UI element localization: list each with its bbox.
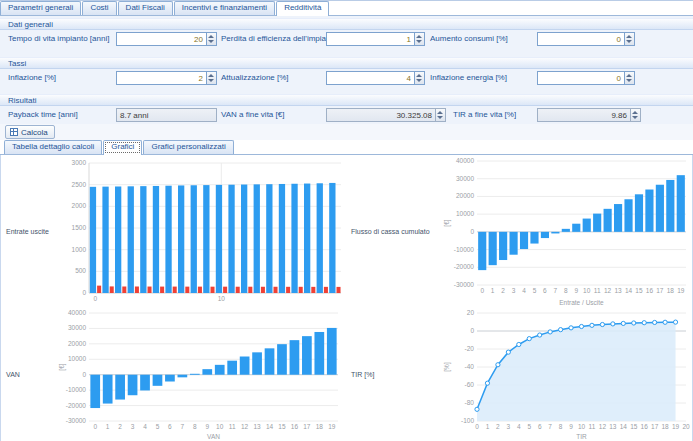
x-tick-label: 4	[517, 423, 521, 430]
entrate-bar	[279, 184, 285, 293]
entrate-bar	[329, 183, 335, 293]
tir-fine-vita-field: 9.86	[537, 108, 641, 122]
bar	[90, 375, 100, 408]
bar	[478, 232, 486, 270]
tempo-vita-spinner[interactable]	[206, 33, 216, 45]
perdita-efficienza-input[interactable]: 1	[326, 32, 425, 46]
entrate-bar	[102, 187, 108, 293]
bar	[190, 374, 200, 375]
entrate-bar	[178, 185, 184, 293]
data-point-marker	[673, 320, 677, 324]
y-tick-label: 2500	[72, 181, 87, 188]
x-tick-label: 16	[641, 423, 649, 430]
x-tick-label: 11	[229, 423, 236, 430]
y-tick-label: -20	[465, 345, 475, 352]
spinner-down-icon	[436, 115, 445, 121]
data-point-marker	[600, 322, 604, 326]
tempo-vita-value[interactable]: 20	[117, 33, 206, 45]
spinner-down-icon[interactable]	[625, 39, 634, 45]
x-axis-title: Entrate / Uscite	[559, 299, 604, 306]
entrate-bar	[90, 187, 96, 293]
uscite-bar	[148, 287, 152, 293]
perdita-efficienza-value[interactable]: 1	[327, 33, 414, 45]
uscite-bar	[286, 287, 290, 293]
spinner-down-icon[interactable]	[207, 78, 216, 84]
inflazione-label: Inflazione [%]	[8, 73, 56, 82]
y-tick-label: -30000	[454, 281, 475, 288]
inflazione-energia-input[interactable]: 0	[537, 71, 635, 85]
x-tick-label: 13	[614, 287, 622, 294]
tab-redditivita[interactable]: Redditività	[276, 1, 329, 16]
bar	[635, 194, 643, 232]
y-tick-label: -100	[461, 417, 474, 424]
tab-tabella-dettaglio-calcoli[interactable]: Tabella dettaglio calcoli	[4, 140, 102, 154]
tempo-vita-input[interactable]: 20	[116, 32, 217, 46]
spinner-down-icon[interactable]	[207, 39, 216, 45]
x-tick-label: 17	[656, 287, 664, 294]
attualizzazione-spinner[interactable]	[414, 72, 424, 84]
flusso-cassa-chart-cell: Flusso di cassa cumulato -30000-20000-10…	[346, 155, 693, 307]
y-tick-label: 20	[467, 309, 475, 316]
entrate-uscite-chart-label: Entrate uscite	[6, 228, 49, 235]
perdita-efficienza-spinner[interactable]	[414, 33, 424, 45]
bar	[327, 328, 337, 375]
y-tick-label: 30000	[456, 175, 474, 182]
tab-grafici-personalizzati[interactable]: Grafici personalizzati	[143, 140, 233, 154]
charts-panel: Entrate uscite 0500100015002000250030000…	[0, 155, 693, 441]
tab-parametri-generali[interactable]: Parametri generali	[0, 1, 81, 15]
data-point-marker	[663, 320, 667, 324]
x-tick-label: 0	[480, 287, 484, 294]
inflazione-value[interactable]: 2	[117, 72, 206, 84]
x-tick-label: 6	[168, 423, 172, 430]
section-header-tassi: Tassi	[0, 57, 693, 69]
row-tassi: Inflazione [%] 2 Attualizzazione [%] 4 I…	[0, 70, 693, 86]
entrate-bar	[254, 184, 260, 293]
aumento-consumi-spinner[interactable]	[624, 33, 634, 45]
data-point-marker	[559, 328, 563, 332]
y-tick-label: 20000	[68, 340, 86, 347]
x-tick-label: 20	[682, 423, 690, 430]
entrate-uscite-chart-cell: Entrate uscite 0500100015002000250030000…	[1, 155, 346, 307]
inflazione-spinner[interactable]	[206, 72, 216, 84]
spinner-down-icon[interactable]	[415, 78, 424, 84]
bar	[656, 185, 664, 232]
data-point-marker	[590, 323, 594, 327]
calcola-button-label: Calcola	[21, 128, 48, 137]
tab-dati-fiscali[interactable]: Dati Fiscali	[118, 1, 173, 15]
inflazione-energia-spinner[interactable]	[624, 72, 634, 84]
attualizzazione-input[interactable]: 4	[326, 71, 425, 85]
bar	[572, 224, 580, 232]
calcola-button[interactable]: Calcola	[5, 125, 55, 139]
x-tick-label: 13	[609, 423, 617, 430]
y-tick-label: 30000	[68, 324, 86, 331]
inflazione-energia-value[interactable]: 0	[538, 72, 624, 84]
uscite-bar	[248, 287, 252, 293]
tab-costi[interactable]: Costi	[82, 1, 116, 15]
entrate-uscite-chart: 050010001500200025003000010	[56, 155, 346, 307]
x-tick-label: 3	[512, 287, 516, 294]
tab-grafici[interactable]: Grafici	[103, 140, 142, 155]
bar	[202, 369, 212, 375]
payback-value: 8.7 anni	[117, 109, 216, 121]
attualizzazione-value[interactable]: 4	[327, 72, 414, 84]
aumento-consumi-input[interactable]: 0	[537, 32, 635, 46]
x-tick-label: 18	[661, 423, 669, 430]
spinner-down-icon[interactable]	[415, 39, 424, 45]
bar	[302, 336, 312, 375]
data-point-marker	[485, 381, 489, 385]
x-tick-label: 9	[205, 423, 209, 430]
inflazione-input[interactable]: 2	[116, 71, 217, 85]
spinner-down-icon[interactable]	[625, 78, 634, 84]
x-tick-label: 17	[303, 423, 311, 430]
x-tick-label: 3	[131, 423, 135, 430]
bar	[277, 344, 287, 375]
aumento-consumi-value[interactable]: 0	[538, 33, 624, 45]
y-tick-label: -40	[465, 363, 475, 370]
inflazione-energia-label: Inflazione energia [%]	[430, 73, 507, 82]
x-tick-label: 0	[93, 295, 97, 302]
uscite-bar	[122, 287, 126, 294]
y-tick-label: 3000	[72, 159, 87, 166]
tab-incentivi-finanziamenti[interactable]: Incentivi e finanziamenti	[174, 1, 275, 15]
y-tick-label: -20000	[66, 402, 87, 409]
entrate-bar	[266, 184, 272, 293]
